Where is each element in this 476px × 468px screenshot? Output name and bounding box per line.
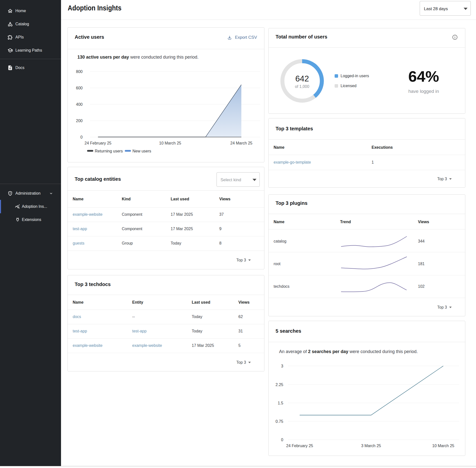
svg-text:1.5: 1.5 <box>278 401 283 405</box>
svg-text:10 March 25: 10 March 25 <box>159 141 181 145</box>
svg-text:2.25: 2.25 <box>276 383 283 387</box>
svg-text:3: 3 <box>281 364 283 368</box>
svg-text:10 March 25: 10 March 25 <box>432 444 454 448</box>
svg-text:400: 400 <box>76 102 83 107</box>
svg-text:800: 800 <box>76 70 83 74</box>
svg-text:600: 600 <box>76 86 83 90</box>
svg-text:0: 0 <box>80 135 83 139</box>
svg-text:24 February 25: 24 February 25 <box>85 141 112 145</box>
svg-text:200: 200 <box>76 119 83 123</box>
svg-text:0.75: 0.75 <box>276 419 283 424</box>
svg-text:3 March 25: 3 March 25 <box>361 444 381 448</box>
svg-text:Returning users: Returning users <box>95 149 123 153</box>
svg-text:0: 0 <box>281 438 283 442</box>
svg-text:24 February 25: 24 February 25 <box>286 444 313 448</box>
svg-text:New users: New users <box>132 149 151 153</box>
svg-text:24 March 25: 24 March 25 <box>230 141 253 145</box>
